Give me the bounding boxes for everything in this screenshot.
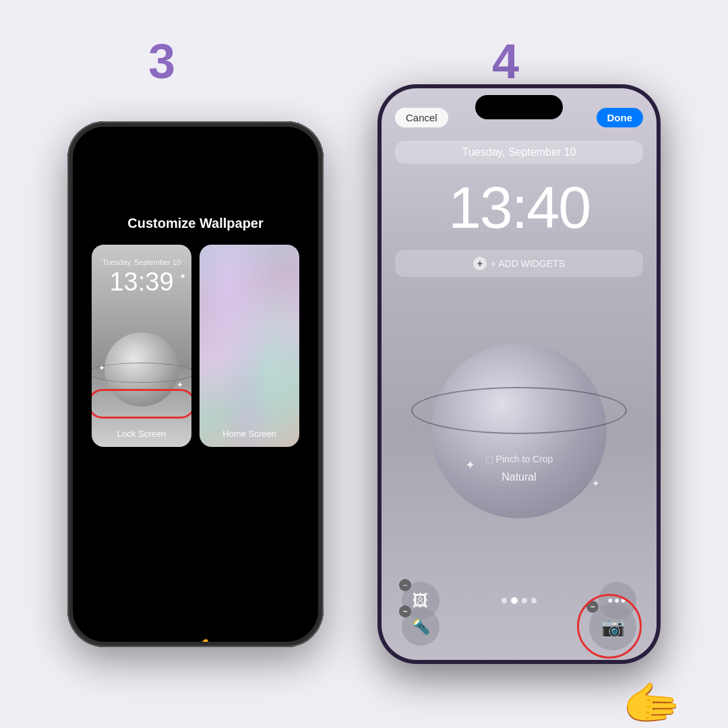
sparkle-3: ✦ [177,380,183,390]
date-text: Tuesday, September 10 [404,146,634,158]
dynamic-island-3 [155,131,236,154]
phone-3: Customize Wallpaper Tuesday, September 1… [67,121,324,647]
lock-screen-label: Lock Screen [92,429,191,439]
phone-4: Cancel Done Tuesday, September 10 13:40 … [377,84,661,664]
plus-icon: + [473,257,487,270]
sparkle-2: ✦ [98,363,105,373]
planet-ring-large [411,387,627,434]
sparkle-1: ✦ [179,272,186,281]
ls-mini-time: 13:39 [92,269,191,295]
wallpaper-options: Tuesday, September 10 13:39 ✦ ✦ ✦ Lock S… [81,245,310,447]
minus-badge-camera: − [586,601,599,613]
phone-3-screen: Customize Wallpaper Tuesday, September 1… [67,121,324,647]
natural-label: Natural [382,471,657,483]
dot-3 [522,598,527,603]
dot-1 [502,598,507,603]
minus-badge-torch: − [399,605,411,617]
pinch-to-crop-hint: ⬚ Pinch to Crop [382,454,657,464]
phone-4-inner: Cancel Done Tuesday, September 10 13:40 … [382,88,657,660]
home-screen-card[interactable]: Home Screen [200,245,299,447]
planet-mini-lock [104,332,179,406]
cancel-button[interactable]: Cancel [395,108,448,127]
crop-icon: ⬚ [485,454,493,464]
torch-button[interactable]: − 🔦 [402,608,439,646]
step-3-number: 3 [148,34,175,89]
hand-cursor-4: 🫱 [622,676,681,728]
minus-badge-gallery: − [399,579,411,591]
customize-wallpaper-title: Customize Wallpaper [127,216,264,231]
done-button[interactable]: Done [597,108,644,127]
shine-overlay [200,245,299,447]
dynamic-island-4 [475,95,563,119]
date-widget: Tuesday, September 10 [395,141,643,164]
hand-cursor-3: 🫱 [178,632,237,647]
ls-mini-date: Tuesday, September 10 [92,258,191,266]
bottom-bar-row2: − 🔦 − 📷 [382,603,657,650]
page-container: 3 4 Customize Wallpaper Tuesday, Septemb… [0,0,728,728]
lock-screen-card[interactable]: Tuesday, September 10 13:39 ✦ ✦ ✦ Lock S… [92,245,191,447]
camera-button[interactable]: − 📷 [589,603,636,650]
add-widgets-label: + ADD WIDGETS [491,258,565,269]
step-4-number: 4 [492,34,519,89]
dot-4 [531,598,537,603]
phone-4-shell: Cancel Done Tuesday, September 10 13:40 … [377,84,661,664]
time-display: 13:40 [382,173,657,242]
planet-large-container: ✦ ✦ [411,323,627,539]
add-widgets-bar[interactable]: + + ADD WIDGETS [395,250,643,277]
home-screen-label: Home Screen [200,429,299,439]
